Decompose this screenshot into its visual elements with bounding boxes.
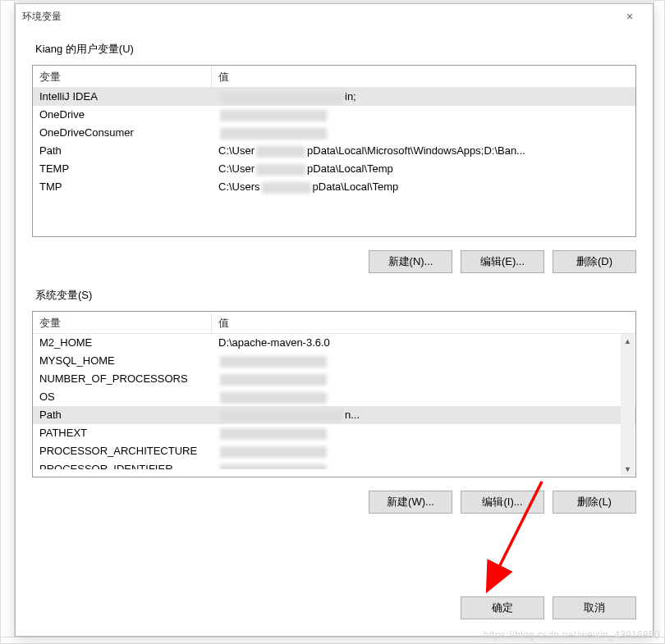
dialog-body: Kiang 的用户变量(U) 变量 值 IntelliJ IDEAin;OneD… [16, 29, 653, 527]
var-name-cell: OneDriveConsumer [33, 124, 212, 142]
user-delete-button[interactable]: 删除(D) [553, 250, 636, 273]
scroll-up-icon[interactable]: ▲ [621, 334, 635, 348]
var-value-cell [212, 424, 635, 442]
var-value-cell [212, 388, 635, 406]
listview-header[interactable]: 变量 值 [33, 312, 635, 334]
scroll-down-icon[interactable]: ▼ [621, 462, 635, 476]
system-button-row: 新建(W)... 编辑(I)... 删除(L) [32, 491, 636, 514]
table-row[interactable]: TMPC:\UserspData\Local\Temp [33, 178, 635, 196]
var-value-cell: n... [212, 406, 635, 424]
var-value-cell: C:\UserpData\Local\Microsoft\WindowsApps… [212, 142, 635, 160]
var-name-cell: IntelliJ IDEA [33, 88, 212, 106]
dialog-title: 环境变量 [22, 10, 613, 24]
var-name-cell: Path [33, 406, 212, 424]
var-name-cell: PATHEXT [33, 424, 212, 442]
titlebar[interactable]: 环境变量 × [16, 4, 653, 29]
env-vars-dialog: 环境变量 × Kiang 的用户变量(U) 变量 值 IntelliJ IDEA… [15, 3, 654, 637]
var-name-cell: PROCESSOR_ARCHITECTURE [33, 442, 212, 460]
table-row[interactable]: PROCESSOR_IDENTIFIER [33, 460, 635, 469]
table-row[interactable]: MYSQL_HOME [33, 352, 635, 370]
table-row[interactable]: PROCESSOR_ARCHITECTURE [33, 442, 635, 460]
table-row[interactable]: PATHEXT [33, 424, 635, 442]
system-edit-button[interactable]: 编辑(I)... [461, 491, 544, 514]
table-row[interactable]: IntelliJ IDEAin; [33, 88, 635, 106]
table-row[interactable]: OneDrive [33, 106, 635, 124]
col-header-value[interactable]: 值 [212, 312, 635, 333]
var-name-cell: NUMBER_OF_PROCESSORS [33, 370, 212, 388]
var-value-cell [212, 352, 635, 370]
system-vars-label: 系统变量(S) [35, 288, 636, 303]
col-header-variable[interactable]: 变量 [33, 66, 212, 87]
user-new-button[interactable]: 新建(N)... [369, 250, 452, 273]
var-value-cell [212, 106, 635, 124]
close-icon: × [626, 10, 633, 23]
table-row[interactable]: M2_HOMED:\apache-maven-3.6.0 [33, 334, 635, 352]
system-delete-button[interactable]: 删除(L) [553, 491, 636, 514]
user-button-row: 新建(N)... 编辑(E)... 删除(D) [32, 250, 636, 273]
scrollbar[interactable]: ▲ ▼ [621, 334, 635, 476]
var-name-cell: M2_HOME [33, 334, 212, 352]
var-name-cell: MYSQL_HOME [33, 352, 212, 370]
col-header-value[interactable]: 值 [212, 66, 635, 87]
var-name-cell: Path [33, 142, 212, 160]
ok-button[interactable]: 确定 [461, 596, 544, 619]
var-value-cell: D:\apache-maven-3.6.0 [212, 334, 635, 352]
dialog-footer: 确定 取消 [461, 596, 636, 619]
var-name-cell: PROCESSOR_IDENTIFIER [33, 460, 212, 469]
var-value-cell: C:\UserspData\Local\Temp [212, 178, 635, 196]
table-row[interactable]: OS [33, 388, 635, 406]
user-vars-listview[interactable]: 变量 值 IntelliJ IDEAin;OneDriveOneDriveCon… [32, 65, 636, 237]
table-row[interactable]: NUMBER_OF_PROCESSORS [33, 370, 635, 388]
table-row[interactable]: OneDriveConsumer [33, 124, 635, 142]
system-vars-listview[interactable]: 变量 值 M2_HOMED:\apache-maven-3.6.0MYSQL_H… [32, 311, 636, 477]
var-name-cell: TMP [33, 178, 212, 196]
var-value-cell [212, 370, 635, 388]
var-value-cell: in; [212, 88, 635, 106]
table-row[interactable]: PathC:\UserpData\Local\Microsoft\Windows… [33, 142, 635, 160]
var-value-cell [212, 124, 635, 142]
table-row[interactable]: Pathn... [33, 406, 635, 424]
user-vars-label: Kiang 的用户变量(U) [35, 42, 636, 57]
listview-header[interactable]: 变量 值 [33, 66, 635, 88]
var-name-cell: OneDrive [33, 106, 212, 124]
user-edit-button[interactable]: 编辑(E)... [461, 250, 544, 273]
col-header-variable[interactable]: 变量 [33, 312, 212, 333]
var-value-cell [212, 460, 635, 469]
var-name-cell: TEMP [33, 160, 212, 178]
var-name-cell: OS [33, 388, 212, 406]
cancel-button[interactable]: 取消 [553, 596, 636, 619]
system-new-button[interactable]: 新建(W)... [369, 491, 452, 514]
close-button[interactable]: × [613, 5, 646, 28]
var-value-cell: C:\UserpData\Local\Temp [212, 160, 635, 178]
watermark: https://blog.csdn.net/weixin_43916850 [484, 629, 660, 641]
var-value-cell [212, 442, 635, 460]
table-row[interactable]: TEMPC:\UserpData\Local\Temp [33, 160, 635, 178]
